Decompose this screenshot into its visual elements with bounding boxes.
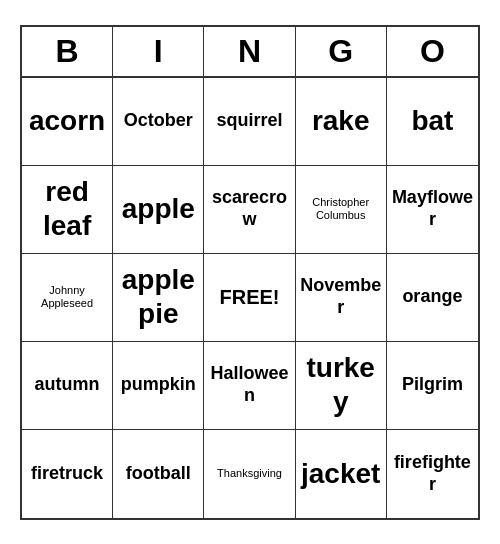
cell-text-7: scarecrow — [208, 187, 290, 230]
cell-text-14: orange — [402, 286, 462, 308]
bingo-cell-6: apple — [113, 166, 204, 254]
cell-text-15: autumn — [35, 374, 100, 396]
bingo-header: BINGO — [22, 27, 478, 78]
cell-text-8: Christopher Columbus — [300, 196, 382, 222]
cell-text-9: Mayflower — [391, 187, 474, 230]
cell-text-21: football — [126, 463, 191, 485]
cell-text-16: pumpkin — [121, 374, 196, 396]
cell-text-23: jacket — [301, 457, 380, 491]
cell-text-0: acorn — [29, 104, 105, 138]
bingo-cell-9: Mayflower — [387, 166, 478, 254]
bingo-cell-22: Thanksgiving — [204, 430, 295, 518]
cell-text-17: Halloween — [208, 363, 290, 406]
header-cell-n: N — [204, 27, 295, 76]
cell-text-10: Johnny Appleseed — [26, 284, 108, 310]
bingo-cell-24: firefighter — [387, 430, 478, 518]
cell-text-11: apple pie — [117, 263, 199, 330]
cell-text-6: apple — [122, 192, 195, 226]
bingo-cell-23: jacket — [296, 430, 387, 518]
cell-text-20: firetruck — [31, 463, 103, 485]
cell-text-18: turkey — [300, 351, 382, 418]
bingo-cell-2: squirrel — [204, 78, 295, 166]
bingo-card: BINGO acornOctobersquirrelrakebatred lea… — [20, 25, 480, 520]
bingo-cell-18: turkey — [296, 342, 387, 430]
header-cell-b: B — [22, 27, 113, 76]
bingo-cell-8: Christopher Columbus — [296, 166, 387, 254]
bingo-cell-3: rake — [296, 78, 387, 166]
bingo-cell-5: red leaf — [22, 166, 113, 254]
cell-text-12: FREE! — [219, 285, 279, 309]
bingo-cell-11: apple pie — [113, 254, 204, 342]
bingo-cell-12: FREE! — [204, 254, 295, 342]
cell-text-24: firefighter — [391, 452, 474, 495]
cell-text-4: bat — [411, 104, 453, 138]
bingo-cell-21: football — [113, 430, 204, 518]
cell-text-2: squirrel — [216, 110, 282, 132]
bingo-cell-4: bat — [387, 78, 478, 166]
bingo-cell-15: autumn — [22, 342, 113, 430]
bingo-grid: acornOctobersquirrelrakebatred leafapple… — [22, 78, 478, 518]
bingo-cell-17: Halloween — [204, 342, 295, 430]
cell-text-19: Pilgrim — [402, 374, 463, 396]
cell-text-1: October — [124, 110, 193, 132]
bingo-cell-16: pumpkin — [113, 342, 204, 430]
cell-text-22: Thanksgiving — [217, 467, 282, 480]
header-cell-i: I — [113, 27, 204, 76]
bingo-cell-19: Pilgrim — [387, 342, 478, 430]
bingo-cell-1: October — [113, 78, 204, 166]
bingo-cell-14: orange — [387, 254, 478, 342]
header-cell-o: O — [387, 27, 478, 76]
bingo-cell-0: acorn — [22, 78, 113, 166]
bingo-cell-13: November — [296, 254, 387, 342]
bingo-cell-20: firetruck — [22, 430, 113, 518]
bingo-cell-10: Johnny Appleseed — [22, 254, 113, 342]
cell-text-3: rake — [312, 104, 370, 138]
cell-text-5: red leaf — [26, 175, 108, 242]
cell-text-13: November — [300, 275, 382, 318]
bingo-cell-7: scarecrow — [204, 166, 295, 254]
header-cell-g: G — [296, 27, 387, 76]
